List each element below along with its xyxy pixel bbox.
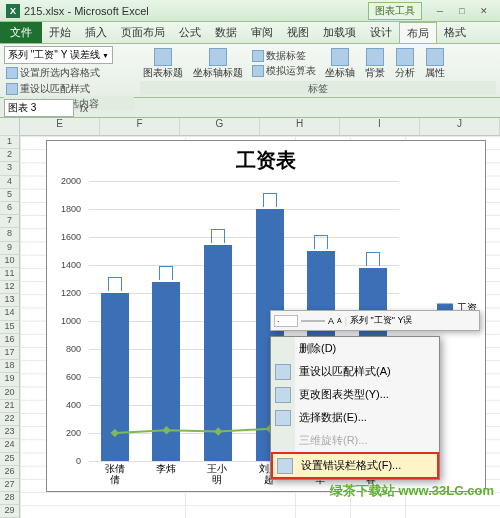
mini-toolbar[interactable]: · A A | 系列 "工资" Y误 bbox=[270, 310, 480, 331]
props-button[interactable]: 属性 bbox=[422, 48, 448, 80]
y-tick: 1400 bbox=[61, 260, 81, 270]
row-header[interactable]: 6 bbox=[0, 202, 20, 215]
y-tick: 800 bbox=[66, 344, 81, 354]
reset-style-button[interactable]: 重设以匹配样式 bbox=[4, 82, 92, 96]
y-tick: 200 bbox=[66, 428, 81, 438]
tab-review[interactable]: 审阅 bbox=[244, 22, 280, 43]
y-tick: 600 bbox=[66, 372, 81, 382]
x-tick: 李炜 bbox=[152, 463, 180, 485]
background-button[interactable]: 背景 bbox=[362, 48, 388, 80]
axis-title-icon bbox=[209, 48, 227, 66]
column-headers: EFGHIJ bbox=[20, 118, 500, 136]
row-header[interactable]: 16 bbox=[0, 334, 20, 347]
reset-icon bbox=[6, 83, 18, 95]
column-header[interactable]: E bbox=[20, 118, 100, 136]
tab-pagelayout[interactable]: 页面布局 bbox=[114, 22, 172, 43]
axes-button[interactable]: 坐标轴 bbox=[322, 48, 358, 80]
column-header[interactable]: G bbox=[180, 118, 260, 136]
tab-addins[interactable]: 加载项 bbox=[316, 22, 363, 43]
row-header[interactable]: 18 bbox=[0, 360, 20, 373]
maximize-button[interactable]: □ bbox=[452, 4, 472, 18]
tab-home[interactable]: 开始 bbox=[42, 22, 78, 43]
row-header[interactable]: 27 bbox=[0, 479, 20, 492]
error-bar[interactable] bbox=[108, 277, 122, 291]
tab-layout[interactable]: 布局 bbox=[399, 22, 437, 43]
row-header[interactable]: 2 bbox=[0, 149, 20, 162]
row-header[interactable]: 4 bbox=[0, 176, 20, 189]
context-menu-item[interactable]: 删除(D) bbox=[271, 337, 439, 360]
row-header[interactable]: 21 bbox=[0, 400, 20, 413]
decrease-font-icon[interactable]: A bbox=[337, 317, 342, 324]
fx-icon[interactable]: fx bbox=[80, 102, 89, 114]
format-selection-button[interactable]: 设置所选内容格式 bbox=[4, 66, 102, 80]
close-button[interactable]: ✕ bbox=[474, 4, 494, 18]
column-header[interactable]: F bbox=[100, 118, 180, 136]
row-header[interactable]: 1 bbox=[0, 136, 20, 149]
row-header[interactable]: 15 bbox=[0, 321, 20, 334]
context-menu-item[interactable]: 更改图表类型(Y)... bbox=[271, 383, 439, 406]
row-header[interactable]: 10 bbox=[0, 255, 20, 268]
font-size-box[interactable] bbox=[301, 320, 325, 322]
row-header[interactable]: 13 bbox=[0, 294, 20, 307]
analyze-button[interactable]: 分析 bbox=[392, 48, 418, 80]
row-header[interactable]: 7 bbox=[0, 215, 20, 228]
row-header[interactable]: 17 bbox=[0, 347, 20, 360]
error-bar[interactable] bbox=[211, 229, 225, 243]
simul-table-button[interactable]: 模拟运算表 bbox=[250, 64, 318, 78]
column-header[interactable]: H bbox=[260, 118, 340, 136]
tab-data[interactable]: 数据 bbox=[208, 22, 244, 43]
column-header[interactable]: J bbox=[420, 118, 500, 136]
font-family-box[interactable]: · bbox=[274, 315, 298, 327]
simul-icon bbox=[252, 65, 264, 77]
tab-insert[interactable]: 插入 bbox=[78, 22, 114, 43]
bar[interactable] bbox=[204, 245, 232, 461]
row-header[interactable]: 14 bbox=[0, 307, 20, 320]
y-tick: 0 bbox=[76, 456, 81, 466]
y-tick: 400 bbox=[66, 400, 81, 410]
axis-title-button[interactable]: 坐标轴标题 bbox=[190, 48, 246, 80]
row-header[interactable]: 26 bbox=[0, 466, 20, 479]
name-box[interactable]: 图表 3 bbox=[4, 99, 74, 117]
minimize-button[interactable]: ─ bbox=[430, 4, 450, 18]
row-header[interactable]: 23 bbox=[0, 426, 20, 439]
title-bar: X 215.xlsx - Microsoft Excel 图表工具 ─ □ ✕ bbox=[0, 0, 500, 22]
context-menu-item[interactable]: 重设以匹配样式(A) bbox=[271, 360, 439, 383]
y-axis: 0200400600800100012001400160018002000 bbox=[47, 181, 85, 461]
data-labels-button[interactable]: 数据标签 bbox=[250, 49, 318, 63]
error-bar[interactable] bbox=[159, 266, 173, 280]
bar[interactable] bbox=[152, 282, 180, 461]
tab-view[interactable]: 视图 bbox=[280, 22, 316, 43]
row-header[interactable]: 20 bbox=[0, 387, 20, 400]
data-labels-icon bbox=[252, 50, 264, 62]
chart-tools-label: 图表工具 bbox=[368, 2, 422, 20]
row-header[interactable]: 12 bbox=[0, 281, 20, 294]
error-bar[interactable] bbox=[263, 193, 277, 207]
row-header[interactable]: 25 bbox=[0, 453, 20, 466]
tab-formulas[interactable]: 公式 bbox=[172, 22, 208, 43]
context-menu-item[interactable]: 设置错误栏格式(F)... bbox=[271, 452, 439, 479]
selection-dropdown[interactable]: 系列 "工资" Y 误差线▼ bbox=[4, 46, 113, 64]
row-header[interactable]: 8 bbox=[0, 228, 20, 241]
row-header[interactable]: 29 bbox=[0, 505, 20, 518]
context-menu-item: 三维旋转(R)... bbox=[271, 429, 439, 452]
error-bar[interactable] bbox=[366, 252, 380, 266]
tab-design[interactable]: 设计 bbox=[363, 22, 399, 43]
row-header[interactable]: 9 bbox=[0, 242, 20, 255]
chart-title-button[interactable]: 图表标题 bbox=[140, 48, 186, 80]
context-menu-item[interactable]: 选择数据(E)... bbox=[271, 406, 439, 429]
row-header[interactable]: 11 bbox=[0, 268, 20, 281]
file-tab[interactable]: 文件 bbox=[0, 22, 42, 43]
error-bar[interactable] bbox=[314, 235, 328, 249]
tab-format[interactable]: 格式 bbox=[437, 22, 473, 43]
row-header[interactable]: 24 bbox=[0, 439, 20, 452]
row-header[interactable]: 28 bbox=[0, 492, 20, 505]
analyze-icon bbox=[396, 48, 414, 66]
column-header[interactable]: I bbox=[340, 118, 420, 136]
row-header[interactable]: 5 bbox=[0, 189, 20, 202]
increase-font-icon[interactable]: A bbox=[328, 316, 334, 326]
row-header[interactable]: 19 bbox=[0, 373, 20, 386]
bar[interactable] bbox=[101, 293, 129, 461]
row-header[interactable]: 3 bbox=[0, 162, 20, 175]
chart-title[interactable]: 工资表 bbox=[47, 147, 485, 174]
row-header[interactable]: 22 bbox=[0, 413, 20, 426]
